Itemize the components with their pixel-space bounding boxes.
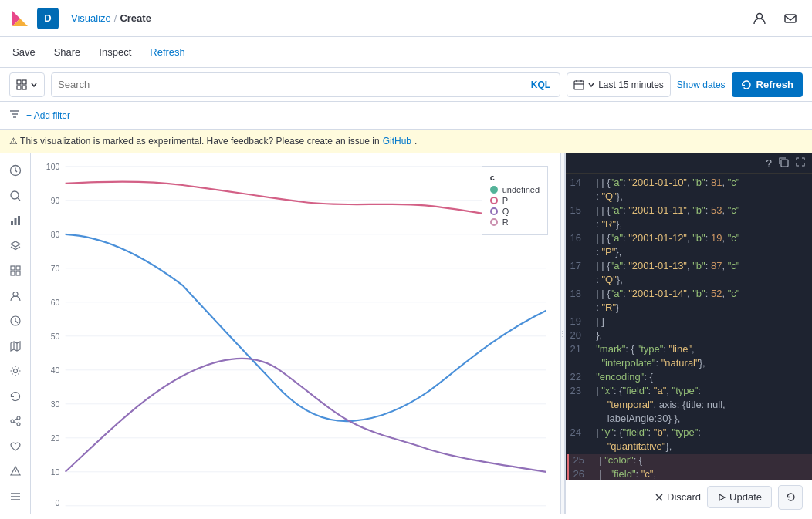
copy-icon[interactable] <box>778 157 789 170</box>
help-icon[interactable]: ? <box>766 157 772 170</box>
svg-text:Tue 09: Tue 09 <box>324 512 349 514</box>
sidebar-refresh-icon[interactable] <box>3 386 28 408</box>
sidebar-heart-icon[interactable] <box>3 436 28 458</box>
main-area: 100 90 80 70 60 50 40 30 20 10 0 <box>0 153 812 514</box>
svg-text:Sat 06: Sat 06 <box>209 512 232 514</box>
svg-text:60: 60 <box>51 298 60 307</box>
code-bottom-bar: Discard Update <box>566 480 812 514</box>
svg-rect-3 <box>22 80 26 84</box>
code-line-24b: "quantitative"}, <box>566 440 812 454</box>
play-icon <box>717 493 726 502</box>
update-refresh-button[interactable] <box>778 485 803 510</box>
sidebar-chart-icon[interactable] <box>3 210 28 232</box>
breadcrumb-parent[interactable]: Visualize <box>71 12 111 24</box>
svg-text:Thu 04: Thu 04 <box>130 512 156 514</box>
inspect-button[interactable]: Inspect <box>96 37 134 68</box>
svg-text:80: 80 <box>51 230 60 239</box>
svg-rect-5 <box>22 86 26 89</box>
chart-svg: 100 90 80 70 60 50 40 30 20 10 0 <box>37 160 554 507</box>
user-avatar[interactable]: D <box>37 8 59 29</box>
legend-item-undefined: undefined <box>490 185 540 194</box>
sidebar-layers-icon[interactable] <box>3 235 28 258</box>
svg-text:Jan 07: Jan 07 <box>247 512 271 514</box>
time-chevron-icon <box>587 81 595 89</box>
save-button[interactable]: Save <box>9 37 39 68</box>
svg-rect-6 <box>574 81 584 89</box>
update-button[interactable]: Update <box>707 486 772 508</box>
sub-bar: Save Share Inspect Refresh <box>0 37 812 68</box>
time-range-picker[interactable]: Last 15 minutes <box>567 72 671 97</box>
sidebar-compass-icon[interactable] <box>3 310 28 332</box>
add-filter-button[interactable]: + Add filter <box>26 110 70 121</box>
svg-text:Mon 08: Mon 08 <box>285 512 312 514</box>
logo-area: D <box>9 8 59 29</box>
svg-text:0: 0 <box>55 498 59 507</box>
breadcrumb-current: Create <box>120 12 151 24</box>
svg-text:Wed 03: Wed 03 <box>90 512 118 514</box>
code-line-23c: labelAngle:30} }, <box>566 413 812 426</box>
code-line-23: 23 | "x": {"field": "a", "type": <box>566 385 812 399</box>
code-line-16b: : "P"}, <box>566 246 812 260</box>
svg-text:100: 100 <box>46 162 59 171</box>
github-link[interactable]: GitHub <box>383 136 411 147</box>
breadcrumb: Visualize / Create <box>71 12 151 24</box>
svg-text:20: 20 <box>51 433 60 443</box>
code-line-17b: : "Q"}, <box>566 274 812 288</box>
sidebar-user-icon[interactable] <box>3 285 28 308</box>
user-menu-icon[interactable] <box>747 6 772 31</box>
svg-point-21 <box>17 423 20 426</box>
circular-refresh-icon <box>786 492 796 502</box>
svg-rect-10 <box>14 218 16 225</box>
share-button[interactable]: Share <box>51 37 84 68</box>
code-line-18b: : "R"} <box>566 302 812 315</box>
discard-button[interactable]: Discard <box>655 491 701 503</box>
code-line-20: 20 }, <box>566 329 812 343</box>
svg-text:30: 30 <box>51 399 60 409</box>
top-bar: D Visualize / Create <box>0 0 812 37</box>
code-line-25: 25 | "color": { <box>567 454 812 468</box>
chart-legend: c undefined P Q R <box>482 166 548 235</box>
svg-text:90: 90 <box>51 196 60 205</box>
refresh-icon <box>741 79 752 90</box>
sidebar-clock-icon[interactable] <box>3 160 28 182</box>
svg-point-19 <box>17 416 20 420</box>
search-input[interactable] <box>58 79 522 90</box>
sidebar-share-icon[interactable] <box>3 410 28 433</box>
data-view-selector[interactable] <box>9 72 45 97</box>
mail-icon[interactable] <box>778 6 803 31</box>
kibana-logo-icon <box>9 8 31 29</box>
chart-container: 100 90 80 70 60 50 40 30 20 10 0 <box>31 153 560 514</box>
legend-title: c <box>490 173 540 182</box>
svg-text:Jan 14: Jan 14 <box>519 512 543 514</box>
sidebar-map-icon[interactable] <box>3 335 28 358</box>
expand-icon[interactable] <box>795 157 806 170</box>
svg-rect-13 <box>16 266 20 270</box>
kql-badge[interactable]: KQL <box>528 79 553 90</box>
search-input-wrap[interactable]: KQL <box>51 72 560 97</box>
code-line-15: 15 | | {"a": "2001-01-11", "b": 53, "c" <box>566 204 812 218</box>
code-line-14b: : "Q"}, <box>566 190 812 204</box>
sidebar-menu-icon[interactable] <box>3 486 28 508</box>
show-dates-button[interactable]: Show dates <box>677 79 726 90</box>
sub-refresh-button[interactable]: Refresh <box>147 37 188 68</box>
svg-point-20 <box>11 420 14 423</box>
filter-icon[interactable] <box>9 109 20 122</box>
code-line-15b: : "R"}, <box>566 218 812 232</box>
legend-item-p: P <box>490 196 540 205</box>
legend-item-q: Q <box>490 207 540 216</box>
code-editor[interactable]: 14 | | {"a": "2001-01-10", "b": 81, "c" … <box>566 174 812 480</box>
svg-text:Sat 13: Sat 13 <box>480 512 503 514</box>
sidebar-alert-icon[interactable] <box>3 460 28 483</box>
svg-text:Thu 11: Thu 11 <box>402 512 428 514</box>
sidebar-search-icon[interactable] <box>3 185 28 207</box>
code-panel-wrapper: ? 14 | | {"a": "2001-01-10", "b": 81, "c… <box>565 153 812 514</box>
code-line-23b: "temporal", axis: {title: null, <box>566 399 812 413</box>
code-line-24: 24 | "y": {"field": "b", "type": <box>566 426 812 440</box>
code-line-17: 17 | | {"a": "2001-01-13", "b": 87, "c" <box>566 260 812 274</box>
svg-point-8 <box>11 191 19 199</box>
code-toolbar: ? <box>566 153 812 174</box>
sidebar-grid-icon[interactable] <box>3 260 28 282</box>
sidebar-settings-icon[interactable] <box>3 360 28 383</box>
calendar-icon <box>573 79 584 90</box>
refresh-button[interactable]: Refresh <box>732 72 803 97</box>
